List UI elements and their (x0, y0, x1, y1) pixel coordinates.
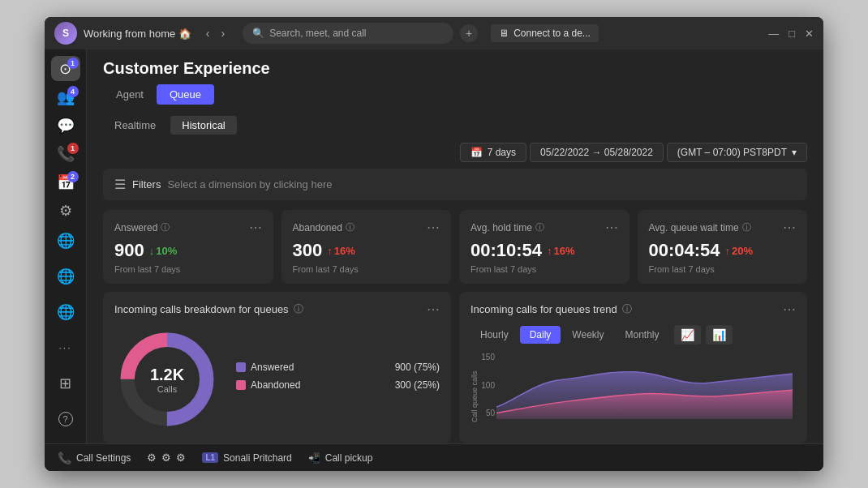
trend-chart-header: Incoming calls for queues trend ⓘ ⋯ (471, 302, 796, 317)
chat-icon: 💬 (57, 117, 75, 135)
donut-chart-card: Incoming calls breakdown for queues ⓘ ⋯ (103, 292, 451, 443)
globe1-icon: 🌐 (57, 232, 75, 250)
donut-chart-header: Incoming calls breakdown for queues ⓘ ⋯ (114, 302, 440, 317)
gear3-icon[interactable]: ⚙ (176, 452, 186, 464)
globe2-icon: 🌐 (57, 268, 75, 285)
more-options-icon[interactable]: ⋯ (427, 220, 440, 235)
call-pickup[interactable]: 📲 Call pickup (308, 452, 373, 464)
sidebar-item-globe2[interactable]: 🌐 (51, 262, 80, 291)
donut-legend: Answered 900 (75%) Abandoned 300 (25%) (236, 362, 440, 397)
add-button[interactable]: + (460, 24, 478, 42)
stat-card-abandoned: Abandoned ⓘ ⋯ 300 ↑ 16% From last 7 days (281, 210, 452, 284)
window-title: Working from home 🏠 (84, 28, 191, 40)
page-title: Customer Experience (103, 59, 807, 78)
sidebar-item-calendar[interactable]: 📅 2 (51, 169, 80, 195)
line-chart-icon[interactable]: 📈 (674, 325, 701, 345)
stat-sub-abandoned: From last 7 days (293, 264, 440, 274)
forward-button[interactable]: › (216, 25, 230, 41)
stat-header: Answered ⓘ ⋯ (114, 220, 262, 235)
sub-tab-realtime[interactable]: Realtime (103, 116, 167, 135)
timezone-selector[interactable]: (GMT – 07:00) PST8PDT ▾ (667, 143, 807, 162)
trend-tab-monthly[interactable]: Monthly (615, 326, 668, 344)
sidebar-item-grid[interactable]: ⊞ (51, 369, 80, 398)
stat-title-answered: Answered (114, 222, 157, 233)
apps-icon: ⚙ (59, 202, 72, 220)
trend-tab-weekly[interactable]: Weekly (562, 326, 613, 344)
call-settings[interactable]: 📞 Call Settings (58, 452, 131, 464)
search-placeholder: Search, meet, and call (269, 28, 366, 39)
tab-queue[interactable]: Queue (157, 84, 214, 105)
stat-change-abandoned: ↑ 16% (327, 245, 355, 257)
legend-item-abandoned: Abandoned 300 (25%) (236, 379, 440, 391)
sidebar-item-help[interactable]: ? (51, 405, 80, 434)
trend-more-icon[interactable]: ⋯ (783, 302, 796, 317)
stat-title-hold: Avg. hold time (471, 222, 532, 233)
date-range[interactable]: 05/22/2022 → 05/28/2022 (530, 143, 664, 162)
info-icon[interactable]: ⓘ (535, 221, 544, 233)
info-icon[interactable]: ⓘ (161, 221, 170, 233)
window-controls: — □ ✕ (768, 28, 814, 40)
sidebar-item-globe3[interactable]: 🌐 (51, 298, 80, 327)
days-filter[interactable]: 📅 7 days (460, 143, 526, 162)
calendar-badge: 2 (67, 171, 79, 182)
stat-title-abandoned: Abandoned (293, 222, 342, 233)
trend-tab-hourly[interactable]: Hourly (471, 326, 518, 344)
search-bar[interactable]: 🔍 Search, meet, and call (243, 23, 453, 44)
user-badge: L1 (202, 452, 218, 463)
tab-agent[interactable]: Agent (103, 84, 157, 105)
donut-chart-title: Incoming calls breakdown for queues (114, 303, 289, 315)
bottom-bar: 📞 Call Settings ⚙ ⚙ ⚙ L1 Sonali Pritchar… (45, 443, 823, 471)
charts-row: Incoming calls breakdown for queues ⓘ ⋯ (87, 292, 823, 443)
legend-item-answered: Answered 900 (75%) (236, 362, 440, 373)
settings-icons-group: ⚙ ⚙ ⚙ (147, 452, 186, 464)
trend-tab-daily[interactable]: Daily (520, 326, 561, 344)
gear2-icon[interactable]: ⚙ (161, 452, 171, 464)
screen-icon: 🖥 (499, 28, 509, 39)
sidebar-item-activity[interactable]: ⊙ 1 (51, 56, 80, 81)
more-options-icon[interactable]: ⋯ (783, 220, 796, 235)
user-info[interactable]: L1 Sonali Pritchard (202, 452, 291, 464)
stat-card-answered: Answered ⓘ ⋯ 900 ↓ 10% From last 7 days (103, 210, 273, 284)
minimize-button[interactable]: — (768, 28, 779, 40)
more-options-icon[interactable]: ⋯ (249, 220, 262, 235)
sidebar-item-globe1[interactable]: 🌐 (51, 226, 80, 255)
sidebar-item-calls[interactable]: 📞 1 (51, 141, 80, 166)
chevron-down-icon: ▾ (792, 147, 797, 158)
connect-button[interactable]: 🖥 Connect to a de... (491, 24, 599, 42)
sidebar-item-apps[interactable]: ⚙ (51, 198, 80, 223)
back-button[interactable]: ‹ (201, 25, 215, 41)
date-filter-bar: 📅 7 days 05/22/2022 → 05/28/2022 (GMT – … (87, 139, 823, 169)
close-button[interactable]: ✕ (805, 28, 814, 40)
y-axis-label: Call queue calls (471, 364, 479, 429)
stats-grid: Answered ⓘ ⋯ 900 ↓ 10% From last 7 days (87, 210, 823, 292)
maximize-button[interactable]: □ (789, 28, 795, 40)
sub-tab-historical[interactable]: Historical (170, 116, 236, 135)
help-icon: ? (58, 412, 73, 426)
bar-chart-icon[interactable]: 📊 (706, 325, 733, 345)
sidebar: ⊙ 1 👥 4 💬 📞 1 📅 2 ⚙ (45, 49, 87, 443)
grid-icon: ⊞ (59, 375, 71, 392)
donut-chart: 1.2K Calls (114, 327, 220, 432)
sidebar-item-chat[interactable]: 💬 (51, 113, 80, 138)
sub-tabs: Realtime Historical (87, 111, 823, 139)
more-icon: ··· (58, 342, 71, 353)
trend-chart-area: 150 100 50 Call queue calls (471, 353, 796, 434)
donut-info-icon[interactable]: ⓘ (294, 302, 303, 316)
donut-more-icon[interactable]: ⋯ (427, 302, 440, 317)
filter-bar: ☰ Filters Select a dimension by clicking… (103, 169, 807, 200)
abandoned-dot (236, 380, 246, 390)
sidebar-item-more[interactable]: ··· (51, 333, 80, 362)
info-icon[interactable]: ⓘ (346, 221, 355, 233)
trend-tabs: Hourly Daily Weekly Monthly 📈 📊 (471, 325, 796, 345)
main-layout: ⊙ 1 👥 4 💬 📞 1 📅 2 ⚙ (45, 49, 823, 443)
info-icon[interactable]: ⓘ (742, 221, 751, 233)
more-options-icon[interactable]: ⋯ (605, 220, 618, 235)
filter-icon: ☰ (114, 177, 126, 192)
sidebar-bottom: 🌐 🌐 🌐 ··· ⊞ ? (51, 226, 80, 437)
content-area: Customer Experience Agent Queue Realtime… (87, 49, 823, 443)
sidebar-item-people[interactable]: 👥 4 (51, 84, 80, 109)
gear1-icon[interactable]: ⚙ (147, 452, 157, 464)
nav-buttons: ‹ › (201, 25, 230, 41)
trend-info-icon[interactable]: ⓘ (622, 302, 632, 316)
stat-header: Abandoned ⓘ ⋯ (293, 220, 440, 235)
